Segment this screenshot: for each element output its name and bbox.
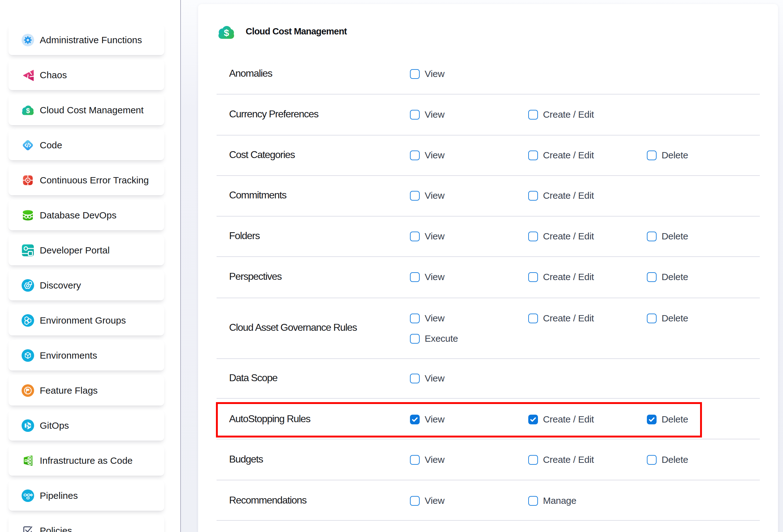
svg-text:$: $: [224, 28, 229, 38]
svg-text:$: $: [26, 106, 30, 114]
